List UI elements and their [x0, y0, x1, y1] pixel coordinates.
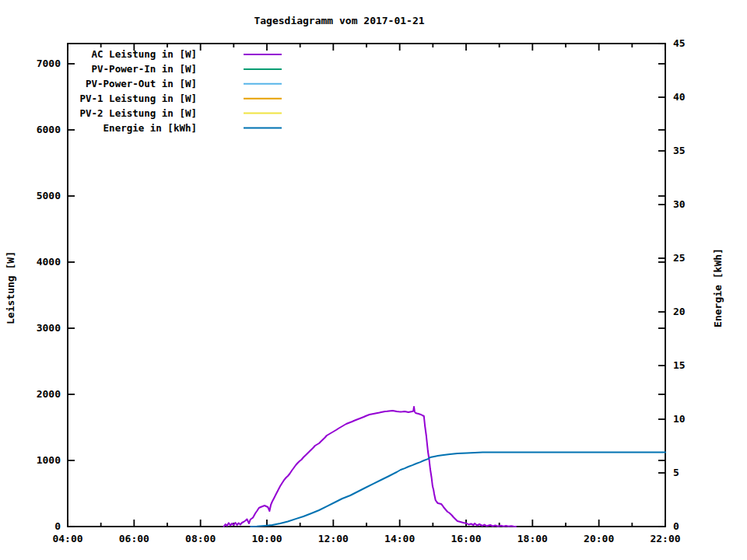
- y-left-axis-label: Leistung [W]: [5, 251, 16, 324]
- data-series: [224, 407, 666, 527]
- y-left-tick-label: 0: [54, 520, 61, 532]
- daily-pv-chart: Tagesdiagramm vom 2017-01-21 Leistung [W…: [0, 0, 747, 560]
- x-tick-label: 16:00: [451, 533, 481, 544]
- legend-label: AC Leistung in [W]: [92, 48, 197, 60]
- x-tick-label: 04:00: [52, 533, 82, 544]
- y-right-tick-label: 35: [673, 145, 686, 156]
- y-left-tick-label: 3000: [37, 322, 61, 334]
- y-right-tick-label: 20: [673, 306, 686, 317]
- x-tick-label: 12:00: [318, 533, 349, 544]
- y-right-tick-label: 30: [673, 198, 686, 210]
- y-left-tick-label: 5000: [37, 190, 61, 201]
- chart-page: Tagesdiagramm vom 2017-01-21 Leistung [W…: [0, 0, 747, 560]
- y-left-tick-label: 4000: [37, 256, 61, 268]
- y-right-tick-label: 10: [673, 413, 686, 425]
- x-tick-label: 18:00: [517, 533, 548, 544]
- legend-label: PV-1 Leistung in [W]: [79, 93, 197, 104]
- legend-label: PV-Power-Out in [W]: [86, 78, 197, 89]
- y-right-tick-label: 5: [673, 467, 679, 478]
- y-left-tick-label: 2000: [37, 388, 61, 400]
- y-right-tick-label: 45: [673, 37, 686, 49]
- x-tick-label: 14:00: [384, 533, 415, 544]
- series-line-ac-leistung-in-w: [224, 407, 517, 527]
- x-tick-label: 08:00: [185, 533, 216, 544]
- x-tick-label: 22:00: [650, 533, 680, 544]
- y-left-tick-label: 7000: [37, 58, 61, 69]
- x-tick-label: 20:00: [584, 533, 614, 544]
- y-right-tick-label: 0: [673, 520, 679, 532]
- chart-title: Tagesdiagramm vom 2017-01-21: [254, 15, 424, 26]
- y-left-tick-label: 1000: [37, 454, 61, 466]
- y-right-tick-label: 40: [673, 91, 686, 103]
- legend-label: PV-2 Leistung in [W]: [79, 107, 197, 119]
- x-tick-label: 06:00: [119, 533, 149, 544]
- legend-label: PV-Power-In in [W]: [92, 63, 197, 75]
- x-tick-label: 10:00: [251, 533, 282, 544]
- legend-label: Energie in [kWh]: [103, 122, 197, 134]
- chart-legend: AC Leistung in [W]PV-Power-In in [W]PV-P…: [79, 48, 282, 134]
- y-right-tick-label: 25: [673, 252, 686, 264]
- y-right-tick-label: 15: [673, 359, 686, 371]
- y-right-axis-label: Energie [kWh]: [712, 248, 724, 327]
- y-left-tick-label: 6000: [37, 124, 61, 135]
- series-line-energie-in-kwh: [251, 453, 665, 527]
